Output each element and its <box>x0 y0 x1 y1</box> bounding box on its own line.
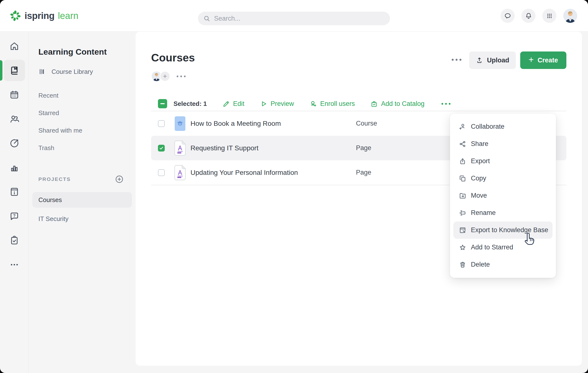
menu-item-label: Collaborate <box>471 123 504 130</box>
row-context-menu: Collaborate Share Export Copy <box>450 114 556 278</box>
sidebar-item-label: Course Library <box>52 68 93 75</box>
rail-home[interactable] <box>0 34 29 58</box>
enroll-users-icon <box>310 100 317 108</box>
rail-reports[interactable] <box>0 155 29 180</box>
enroll-users-action[interactable]: Enroll users <box>310 100 355 108</box>
menu-item-label: Move <box>471 192 487 199</box>
search-icon <box>203 15 210 22</box>
sidebar-project-courses[interactable]: Courses <box>32 192 132 208</box>
select-all-checkbox[interactable] <box>158 99 167 108</box>
menu-item-label: Rename <box>471 209 496 217</box>
rail-help[interactable]: ? <box>0 204 29 228</box>
sidebar-item-shared-with-me[interactable]: Shared with me <box>29 122 136 139</box>
edit-action[interactable]: Edit <box>222 100 244 108</box>
search-input[interactable] <box>198 12 390 25</box>
pencil-icon <box>222 100 230 108</box>
sidebar-project-it-security[interactable]: IT Security <box>29 211 136 227</box>
apps-grid-icon <box>546 12 553 20</box>
action-label: Preview <box>271 100 294 108</box>
sidebar-item-label: Trash <box>38 144 54 152</box>
action-label: Add to Catalog <box>381 100 424 108</box>
target-arrow-icon <box>9 138 20 148</box>
add-project-button[interactable] <box>115 175 124 184</box>
menu-item-label: Add to Starred <box>471 244 513 251</box>
bell-icon <box>525 12 532 20</box>
rail-tasks[interactable] <box>0 228 29 253</box>
page-more-button[interactable] <box>452 59 462 61</box>
menu-item-label: Share <box>471 140 488 148</box>
upload-icon <box>476 57 483 64</box>
project-label: Courses <box>38 196 62 204</box>
global-search <box>198 12 390 25</box>
menu-item-share[interactable]: Share <box>450 135 556 153</box>
rail-more[interactable] <box>0 253 29 277</box>
export-icon <box>459 157 466 165</box>
check-icon <box>159 146 164 150</box>
plus-icon: + <box>528 55 534 65</box>
info-book-icon <box>9 187 20 197</box>
book-icon <box>9 65 20 75</box>
sidebar-item-label: Shared with me <box>38 127 82 134</box>
course-file-icon <box>174 116 186 131</box>
ispring-learn-logo[interactable]: ispring learn <box>9 0 78 31</box>
rail-goals[interactable] <box>0 131 29 155</box>
preview-action[interactable]: Preview <box>260 100 294 108</box>
sidebar-item-label: Starred <box>38 109 59 117</box>
clipboard-check-icon <box>9 235 20 246</box>
bar-chart-icon <box>9 163 20 173</box>
learning-content-sidebar: Learning Content Course Library Recent S… <box>29 31 136 373</box>
action-label: Edit <box>233 100 244 108</box>
plus-icon: + <box>163 73 167 80</box>
action-label: Enroll users <box>320 100 355 108</box>
menu-item-collaborate[interactable]: Collaborate <box>450 118 556 135</box>
messages-button[interactable] <box>501 9 514 23</box>
rail-knowledge-base[interactable] <box>0 180 29 204</box>
create-button[interactable]: + Create <box>520 52 566 69</box>
owner-more-button[interactable] <box>177 75 186 77</box>
user-avatar[interactable] <box>563 9 577 23</box>
home-icon <box>9 41 20 51</box>
rail-learning-content[interactable] <box>0 58 29 83</box>
row-type: Page <box>356 169 371 176</box>
row-checkbox[interactable] <box>158 169 165 176</box>
nav-rail: ? <box>0 31 29 373</box>
row-title: Updating Your Personal Information <box>190 169 356 176</box>
menu-item-export[interactable]: Export <box>450 153 556 170</box>
sidebar-item-course-library[interactable]: Course Library <box>38 67 136 76</box>
sidebar-item-trash[interactable]: Trash <box>29 139 136 157</box>
add-collaborator-button[interactable]: + <box>160 71 170 82</box>
rail-calendar[interactable] <box>0 83 29 107</box>
upload-label: Upload <box>487 57 509 64</box>
page-file-icon <box>174 140 186 156</box>
rail-people[interactable] <box>0 107 29 131</box>
menu-item-label: Export <box>471 157 490 165</box>
menu-item-delete[interactable]: Delete <box>450 256 556 273</box>
page-file-icon <box>174 165 186 180</box>
apps-button[interactable] <box>542 9 556 23</box>
more-dots-icon <box>9 259 20 270</box>
menu-item-add-to-starred[interactable]: Add to Starred <box>450 239 556 256</box>
sidebar-item-recent[interactable]: Recent <box>29 87 136 104</box>
menu-item-rename[interactable]: Rename <box>450 204 556 221</box>
row-title: How to Book a Meeting Room <box>190 120 356 127</box>
row-checkbox[interactable] <box>158 145 165 152</box>
logo-brand-text: ispring <box>24 11 54 21</box>
catalog-box-icon <box>370 100 378 108</box>
toolbar-more-button[interactable] <box>441 103 451 105</box>
upload-button[interactable]: Upload <box>469 52 516 69</box>
selected-count-label: Selected: 1 <box>173 100 207 108</box>
menu-item-copy[interactable]: Copy <box>450 170 556 187</box>
page-title: Courses <box>151 52 195 64</box>
chat-bubble-icon <box>504 12 512 20</box>
copy-icon <box>459 175 466 182</box>
add-to-catalog-action[interactable]: Add to Catalog <box>370 100 424 108</box>
menu-item-move[interactable]: Move <box>450 187 556 204</box>
menu-item-label: Copy <box>471 175 486 182</box>
notifications-button[interactable] <box>521 9 536 23</box>
row-title: Requesting IT Support <box>190 144 356 152</box>
trash-icon <box>459 261 466 269</box>
hand-cursor <box>522 231 538 247</box>
svg-text:?: ? <box>13 213 16 218</box>
row-checkbox[interactable] <box>158 120 165 127</box>
sidebar-item-starred[interactable]: Starred <box>29 104 136 122</box>
